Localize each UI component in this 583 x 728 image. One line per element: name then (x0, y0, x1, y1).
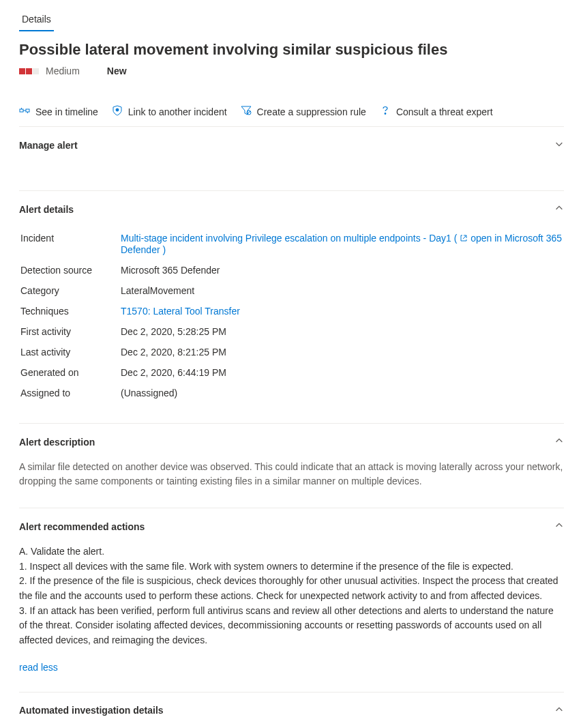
recommended-actions-section: Alert recommended actions A. Validate th… (19, 508, 564, 693)
svg-point-5 (116, 108, 119, 111)
chevron-up-icon (554, 436, 564, 448)
incident-link[interactable]: Multi-stage incident involving Privilege… (121, 233, 562, 255)
recommended-actions-header[interactable]: Alert recommended actions (19, 508, 564, 544)
assigned-to-label: Assigned to (20, 383, 119, 403)
manage-alert-title: Manage alert (19, 140, 78, 151)
svg-rect-1 (26, 109, 29, 112)
alert-description-title: Alert description (19, 437, 95, 448)
techniques-link[interactable]: T1570: Lateral Tool Transfer (121, 306, 240, 317)
first-activity-value: Dec 2, 2020, 5:28:25 PM (121, 322, 563, 341)
recommended-actions-text: A. Validate the alert. 1. Inspect all de… (19, 544, 564, 648)
incident-label: Incident (20, 229, 119, 259)
manage-alert-section: Manage alert (19, 127, 564, 191)
detection-source-label: Detection source (20, 261, 119, 280)
consult-expert-button[interactable]: Consult a threat expert (380, 102, 493, 121)
svg-rect-0 (20, 109, 23, 112)
question-icon (380, 105, 391, 118)
page-title: Possible lateral movement involving simi… (19, 41, 564, 59)
alert-details-title: Alert details (19, 204, 74, 215)
suppression-icon (241, 105, 252, 118)
open-external-icon (460, 233, 468, 244)
see-in-timeline-label: See in timeline (35, 106, 98, 117)
tab-details[interactable]: Details (19, 7, 54, 31)
timeline-icon (19, 105, 30, 118)
action-toolbar: See in timeline Link to another incident… (19, 97, 564, 127)
link-incident-label: Link to another incident (128, 106, 227, 117)
generated-on-value: Dec 2, 2020, 6:44:19 PM (121, 363, 563, 382)
automated-investigation-header[interactable]: Automated investigation details (19, 693, 564, 728)
consult-expert-label: Consult a threat expert (396, 106, 493, 117)
alert-description-section: Alert description A similar file detecte… (19, 424, 564, 508)
recommended-actions-title: Alert recommended actions (19, 521, 145, 532)
svg-point-8 (385, 113, 386, 115)
create-suppression-label: Create a suppression rule (257, 106, 366, 117)
last-activity-value: Dec 2, 2020, 8:21:25 PM (121, 343, 563, 362)
last-activity-label: Last activity (20, 343, 119, 362)
automated-investigation-title: Automated investigation details (19, 705, 164, 716)
category-value: LateralMovement (121, 281, 563, 300)
shield-icon (112, 105, 123, 118)
svg-line-7 (248, 111, 250, 114)
generated-on-label: Generated on (20, 363, 119, 382)
alert-details-section: Alert details Incident Multi-stage incid… (19, 191, 564, 424)
tab-bar: Details (19, 0, 564, 31)
assigned-to-value: (Unassigned) (121, 383, 563, 403)
severity-indicator (19, 68, 39, 74)
svg-line-9 (463, 235, 466, 239)
alert-description-header[interactable]: Alert description (19, 424, 564, 460)
techniques-label: Techniques (20, 302, 119, 321)
status-label: New (107, 65, 127, 76)
chevron-up-icon (554, 705, 564, 716)
chevron-down-icon (554, 139, 564, 151)
severity-label: Medium (46, 65, 80, 76)
automated-investigation-section: Automated investigation details (19, 693, 564, 728)
alert-description-text: A similar file detected on another devic… (19, 460, 564, 489)
alert-details-header[interactable]: Alert details (19, 191, 564, 227)
first-activity-label: First activity (20, 322, 119, 341)
severity-status-row: Medium New (19, 65, 564, 76)
see-in-timeline-button[interactable]: See in timeline (19, 102, 98, 121)
chevron-up-icon (554, 521, 564, 532)
alert-details-table: Incident Multi-stage incident involving … (19, 227, 564, 404)
chevron-up-icon (554, 203, 564, 215)
link-incident-button[interactable]: Link to another incident (112, 102, 227, 121)
read-less-link[interactable]: read less (19, 662, 564, 673)
manage-alert-header[interactable]: Manage alert (19, 127, 564, 163)
detection-source-value: Microsoft 365 Defender (121, 261, 563, 280)
category-label: Category (20, 281, 119, 300)
create-suppression-button[interactable]: Create a suppression rule (241, 102, 366, 121)
